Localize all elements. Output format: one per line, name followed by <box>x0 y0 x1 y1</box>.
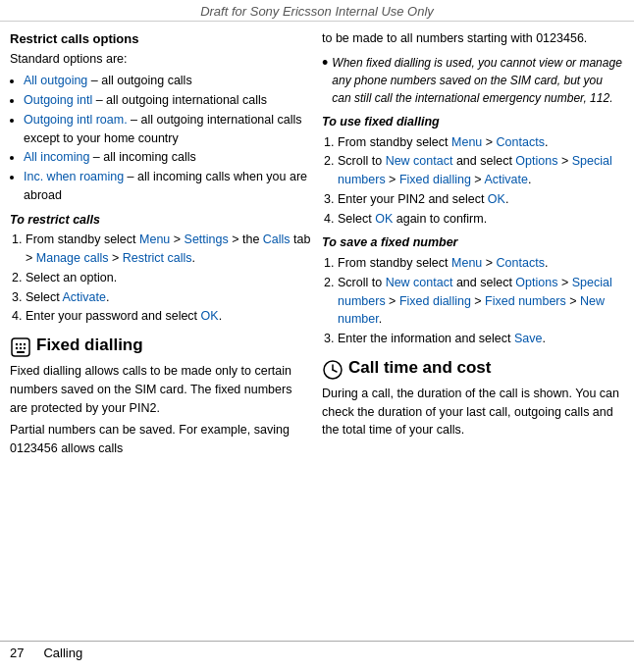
list-item: From standby select Menu > Contacts. <box>338 254 624 273</box>
use-steps: From standby select Menu > Contacts. Scr… <box>322 133 624 229</box>
page-footer: 27 Calling <box>0 641 634 664</box>
svg-line-10 <box>333 370 337 372</box>
list-item: Select an option. <box>26 269 312 287</box>
to-use-title: To use fixed dialling <box>322 113 624 131</box>
svg-point-2 <box>20 343 22 345</box>
list-item: Select OK again to confirm. <box>338 210 624 229</box>
svg-rect-7 <box>17 351 25 353</box>
restrict-steps: From standby select Menu > Settings > th… <box>10 231 312 326</box>
list-item: Outgoing intl roam. – all outgoing inter… <box>24 111 312 148</box>
call-time-heading: Call time and cost <box>322 358 624 381</box>
list-item: Outgoing intl – all outgoing internation… <box>24 91 312 110</box>
fixed-dialling-body1: Fixed dialling allows calls to be made o… <box>10 362 312 417</box>
svg-point-3 <box>24 343 26 345</box>
options-list: All outgoing – all outgoing calls Outgoi… <box>10 72 312 204</box>
list-item: Select Activate. <box>26 288 312 307</box>
svg-point-6 <box>24 347 26 349</box>
list-item: Enter your PIN2 and select OK. <box>338 190 624 209</box>
list-item: All incoming – all incoming calls <box>24 148 312 167</box>
to-restrict-title: To restrict calls <box>10 211 312 230</box>
page-number: 27 <box>10 646 24 660</box>
list-item: From standby select Menu > Settings > th… <box>26 231 312 268</box>
footer-section-label: Calling <box>43 646 82 660</box>
note-text: When fixed dialling is used, you cannot … <box>332 54 624 107</box>
call-time-body: During a call, the duration of the call … <box>322 385 624 439</box>
list-item: From standby select Menu > Contacts. <box>338 133 624 152</box>
list-item: All outgoing – all outgoing calls <box>24 72 312 90</box>
draft-banner: Draft for Sony Ericsson Internal Use Onl… <box>0 0 634 22</box>
list-item: Enter your password and select OK. <box>26 307 312 326</box>
call-time-title: Call time and cost <box>348 358 491 378</box>
list-item: Inc. when roaming – all incoming calls w… <box>24 168 312 205</box>
list-item: Scroll to New contact and select Options… <box>338 152 624 189</box>
right-column: to be made to all numbers starting with … <box>322 29 624 641</box>
note-icon: • <box>322 54 328 72</box>
fixed-dialling-title: Fixed dialling <box>36 336 143 355</box>
fixed-dialling-heading: Fixed dialling <box>10 336 312 358</box>
left-column: Restrict calls options Standard options … <box>10 29 312 641</box>
fixed-dialling-body2: Partial numbers can be saved. For exampl… <box>10 421 312 458</box>
to-save-title: To save a fixed number <box>322 233 624 252</box>
save-steps: From standby select Menu > Contacts. Scr… <box>322 254 624 348</box>
svg-point-4 <box>16 347 18 349</box>
call-time-icon <box>322 359 343 381</box>
list-item: Enter the information and select Save. <box>338 330 624 348</box>
restrict-subtitle: Standard options are: <box>10 50 312 69</box>
list-item: Scroll to New contact and select Options… <box>338 274 624 329</box>
svg-point-1 <box>16 343 18 345</box>
fixed-dialling-icon <box>10 336 31 358</box>
note-box: • When fixed dialling is used, you canno… <box>322 54 624 107</box>
continued-text: to be made to all numbers starting with … <box>322 29 624 48</box>
restrict-calls-title: Restrict calls options <box>10 29 312 49</box>
svg-point-5 <box>20 347 22 349</box>
